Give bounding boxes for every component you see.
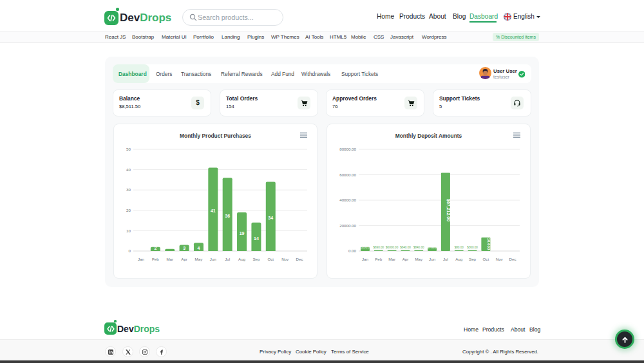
svg-text:50: 50 — [126, 147, 131, 151]
svg-text:Oct: Oct — [267, 257, 274, 261]
svg-text:3: 3 — [183, 246, 185, 250]
svg-text:$67,212.00: $67,212.00 — [446, 199, 451, 221]
svg-text:May: May — [415, 257, 423, 261]
svg-text:May: May — [195, 257, 204, 261]
svg-text:$690.00: $690.00 — [374, 246, 384, 249]
svg-text:Jan: Jan — [362, 257, 369, 261]
svg-text:14: 14 — [254, 236, 259, 241]
svg-text:40: 40 — [126, 167, 131, 172]
svg-text:Apr: Apr — [181, 257, 187, 261]
svg-text:0: 0 — [129, 248, 131, 253]
svg-text:80000.00: 80000.00 — [339, 147, 356, 151]
svg-text:Jan: Jan — [138, 257, 145, 261]
svg-text:Aug: Aug — [238, 257, 246, 261]
svg-text:Jun: Jun — [210, 257, 217, 261]
svg-text:20000.00: 20000.00 — [339, 223, 356, 228]
svg-text:Dec: Dec — [296, 257, 303, 261]
svg-text:Jun: Jun — [429, 257, 436, 261]
svg-text:$840.00: $840.00 — [413, 246, 424, 249]
svg-text:$10,633: $10,633 — [487, 236, 491, 250]
svg-text:$360.00: $360.00 — [467, 246, 478, 249]
svg-text:Sep: Sep — [469, 257, 477, 261]
svg-text:Jul: Jul — [443, 257, 448, 261]
svg-text:30: 30 — [126, 187, 131, 192]
svg-text:40000.00: 40000.00 — [339, 198, 356, 202]
svg-text:19: 19 — [240, 231, 245, 236]
svg-text:4: 4 — [198, 246, 200, 250]
svg-text:Feb: Feb — [375, 257, 382, 261]
svg-text:Jul: Jul — [225, 257, 230, 261]
svg-text:41: 41 — [211, 209, 216, 213]
svg-text:34: 34 — [268, 216, 273, 220]
svg-text:Nov: Nov — [496, 257, 504, 261]
svg-text:Sep: Sep — [252, 257, 260, 261]
svg-text:$3200.00: $3200.00 — [359, 246, 372, 249]
svg-text:$640.00: $640.00 — [400, 246, 411, 249]
svg-text:Mar: Mar — [166, 257, 173, 261]
svg-text:2: 2 — [154, 246, 156, 250]
svg-text:10: 10 — [126, 228, 131, 233]
svg-text:Dec: Dec — [509, 257, 516, 261]
svg-text:Aug: Aug — [455, 257, 463, 261]
svg-text:36: 36 — [225, 214, 230, 218]
svg-text:20: 20 — [126, 208, 131, 212]
svg-text:Monthly Deposit Amounts: Monthly Deposit Amounts — [395, 133, 462, 139]
svg-text:Oct: Oct — [483, 257, 489, 261]
svg-text:60000.00: 60000.00 — [339, 172, 356, 177]
svg-text:$6000.00: $6000.00 — [386, 246, 399, 249]
svg-text:Monthly Product Purchases: Monthly Product Purchases — [180, 133, 251, 139]
svg-text:Mar: Mar — [388, 257, 395, 261]
svg-text:$2768.00: $2768.00 — [426, 246, 439, 249]
svg-text:Apr: Apr — [402, 257, 409, 261]
svg-text:Nov: Nov — [281, 257, 289, 261]
svg-text:$80.00: $80.00 — [455, 246, 464, 249]
svg-text:0.00: 0.00 — [348, 248, 357, 253]
svg-text:Feb: Feb — [152, 257, 159, 261]
